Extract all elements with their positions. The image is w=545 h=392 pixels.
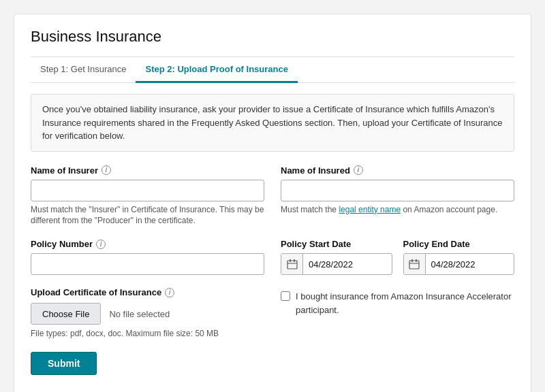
tabs-container: Step 1: Get Insurance Step 2: Upload Pro… <box>31 57 514 83</box>
policy-row: Policy Number i Policy Start Date <box>31 239 514 275</box>
policy-end-date-col: Policy End Date 04/28/2022 <box>403 239 515 275</box>
name-of-insured-input[interactable] <box>281 180 514 201</box>
checkbox-col: I bought insurance from Amazon Insurance… <box>281 287 514 316</box>
policy-end-date-wrapper: 04/28/2022 <box>403 253 515 275</box>
main-card: Business Insurance Step 1: Get Insurance… <box>14 14 531 392</box>
amazon-insurance-checkbox-label: I bought insurance from Amazon Insurance… <box>296 290 514 316</box>
policy-end-date-label: Policy End Date <box>403 239 515 249</box>
upload-controls-row: Choose File No file selected <box>31 303 264 325</box>
name-of-insurer-info-icon[interactable]: i <box>102 165 111 175</box>
upload-info-icon[interactable]: i <box>165 288 174 297</box>
policy-number-col: Policy Number i <box>31 239 264 275</box>
policy-start-date-label: Policy Start Date <box>281 239 392 249</box>
file-hint: File types: pdf, docx, doc. Maximum file… <box>31 329 264 338</box>
name-of-insurer-hint: Must match the "Insurer" in Certificate … <box>31 204 264 227</box>
policy-end-date-calendar-icon[interactable] <box>404 253 426 275</box>
amazon-insurance-checkbox[interactable] <box>281 291 290 301</box>
no-file-text: No file selected <box>109 309 170 319</box>
page-title: Business Insurance <box>31 28 514 46</box>
policy-start-date-col: Policy Start Date 04/28/2022 <box>281 239 392 275</box>
policy-number-info-icon[interactable]: i <box>96 240 106 249</box>
policy-start-date-value: 04/28/2022 <box>303 259 392 270</box>
legal-entity-link[interactable]: legal entity name <box>339 205 401 214</box>
policy-end-date-value: 04/28/2022 <box>426 259 514 270</box>
info-box: Once you've obtained liability insurance… <box>31 94 514 152</box>
name-of-insured-col: Name of Insured i Must match the legal e… <box>281 165 514 227</box>
policy-number-input[interactable] <box>31 253 264 275</box>
choose-file-button[interactable]: Choose File <box>31 303 101 325</box>
name-of-insurer-input[interactable] <box>31 180 264 201</box>
name-of-insurer-label: Name of Insurer i <box>31 165 264 176</box>
tab-upload-proof[interactable]: Step 2: Upload Proof of Insurance <box>136 57 297 83</box>
name-of-insured-info-icon[interactable]: i <box>354 165 363 175</box>
name-of-insured-hint: Must match the legal entity name on Amaz… <box>281 204 514 216</box>
policy-start-date-wrapper: 04/28/2022 <box>281 253 392 275</box>
submit-button[interactable]: Submit <box>31 352 97 375</box>
upload-label: Upload Certificate of Insurance i <box>31 287 264 297</box>
policy-start-date-calendar-icon[interactable] <box>281 253 303 275</box>
name-of-insurer-col: Name of Insurer i Must match the "Insure… <box>31 165 264 227</box>
svg-rect-4 <box>409 261 419 269</box>
policy-dates-col: Policy Start Date 04/28/2022 Policy End … <box>281 239 514 275</box>
upload-col: Upload Certificate of Insurance i Choose… <box>31 287 264 338</box>
upload-checkbox-row: Upload Certificate of Insurance i Choose… <box>31 287 514 338</box>
svg-rect-0 <box>287 261 297 269</box>
tab-get-insurance[interactable]: Step 1: Get Insurance <box>31 57 136 83</box>
amazon-insurance-checkbox-row: I bought insurance from Amazon Insurance… <box>281 290 514 316</box>
insurer-insured-row: Name of Insurer i Must match the "Insure… <box>31 165 514 227</box>
policy-number-label: Policy Number i <box>31 239 264 249</box>
name-of-insured-label: Name of Insured i <box>281 165 514 176</box>
